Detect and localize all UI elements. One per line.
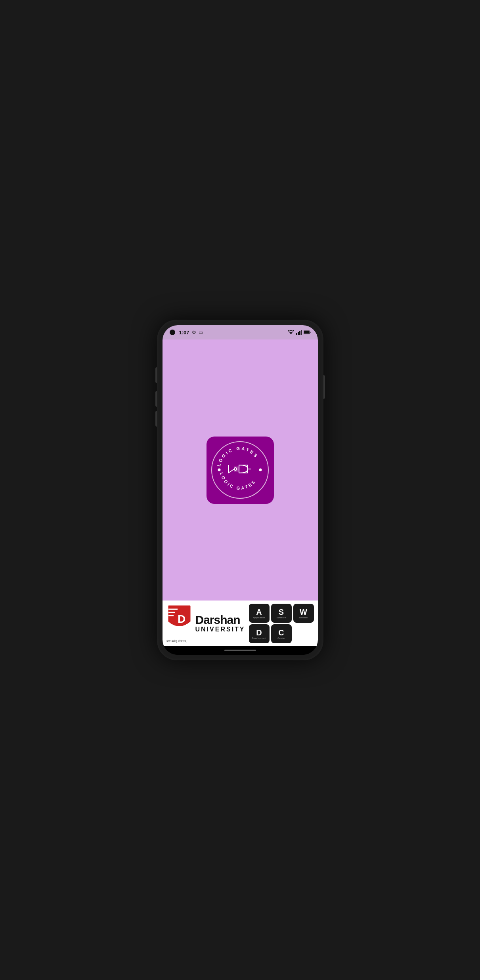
- svg-rect-2: [298, 332, 299, 335]
- phone-device: 1:07 ⚙ ▭: [157, 320, 323, 660]
- svg-rect-3: [299, 331, 300, 335]
- svg-rect-1: [296, 333, 297, 335]
- motto-text: योग: कर्मसु कौशलम्: [166, 640, 187, 643]
- phone-screen: 1:07 ⚙ ▭: [163, 325, 318, 655]
- svg-text:D: D: [178, 613, 185, 625]
- app-tile-software[interactable]: S Software: [271, 604, 292, 623]
- svg-point-10: [218, 469, 221, 471]
- app-content: LOGIC GATES LOGIC GATES: [163, 339, 318, 601]
- home-bar: [224, 650, 256, 651]
- university-subtitle: UNIVERSITY: [195, 626, 246, 633]
- logo-circle: LOGIC GATES LOGIC GATES: [211, 441, 269, 499]
- app-logo: LOGIC GATES LOGIC GATES: [207, 437, 274, 504]
- tile-letter-c: C: [278, 629, 284, 637]
- home-indicator: [163, 646, 318, 655]
- app-tile-application[interactable]: A Application: [249, 604, 270, 623]
- university-name-block: Darshan UNIVERSITY: [195, 604, 246, 643]
- app-tile-development[interactable]: D Development: [249, 624, 270, 643]
- status-bar: 1:07 ⚙ ▭: [163, 325, 318, 339]
- tile-letter-d: D: [256, 629, 262, 637]
- darshan-shield-icon: D: [166, 604, 192, 631]
- app-tile-center[interactable]: C Center: [271, 624, 292, 643]
- university-name: Darshan: [195, 614, 246, 626]
- svg-point-11: [259, 469, 262, 471]
- status-left: 1:07 ⚙ ▭: [170, 330, 203, 336]
- app-tile-website[interactable]: W Website: [293, 604, 314, 623]
- tile-letter-a: A: [256, 608, 262, 616]
- camera-hole: [170, 330, 175, 335]
- app-tiles-grid: A Application S Software W Website D Dev…: [249, 604, 314, 643]
- svg-point-12: [234, 468, 237, 470]
- svg-rect-4: [301, 330, 302, 335]
- svg-rect-7: [310, 332, 310, 333]
- gate-symbol: [226, 461, 254, 479]
- tile-letter-w: W: [300, 608, 307, 616]
- tile-label-application: Application: [253, 616, 265, 619]
- status-right: [288, 330, 311, 335]
- sim-icon: ▭: [199, 330, 203, 335]
- footer-banner: D योग: कर्मसु कौशलम् Darshan UNIVERSITY …: [163, 601, 318, 646]
- university-logo-block: D योग: कर्मसु कौशलम्: [166, 604, 192, 643]
- tile-label-development: Development: [252, 637, 266, 639]
- tile-label-center: Center: [277, 637, 285, 639]
- battery-icon: [304, 330, 311, 334]
- signal-icon: [296, 330, 302, 335]
- tile-letter-s: S: [279, 608, 284, 616]
- status-time: 1:07: [179, 330, 189, 336]
- wifi-icon: [288, 330, 294, 335]
- tile-label-website: Website: [299, 616, 308, 619]
- settings-icon: ⚙: [192, 330, 196, 335]
- svg-rect-6: [304, 331, 309, 334]
- svg-marker-0: [289, 332, 293, 334]
- tile-label-software: Software: [276, 616, 286, 619]
